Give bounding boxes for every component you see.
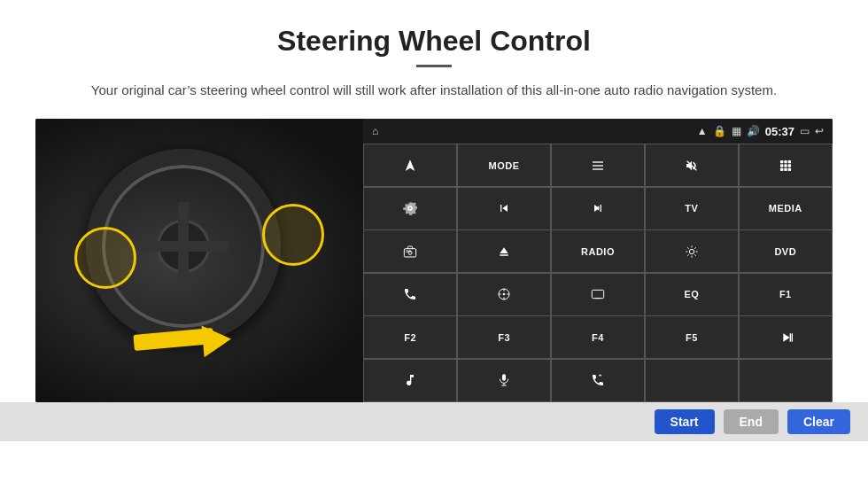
wifi-icon: ▲ — [697, 125, 708, 137]
playpause-btn[interactable] — [740, 316, 832, 358]
svg-rect-11 — [784, 167, 787, 170]
music-btn[interactable] — [364, 360, 456, 401]
bluetooth-icon: 🔊 — [747, 125, 760, 137]
page-title: Steering Wheel Control — [35, 25, 833, 58]
radio-btn[interactable]: RADIO — [552, 230, 644, 272]
f1-btn[interactable]: F1 — [740, 274, 832, 315]
page-wrapper: Steering Wheel Control Your original car… — [0, 0, 868, 402]
clear-button[interactable]: Clear — [787, 409, 850, 434]
nav-icon[interactable] — [364, 144, 456, 186]
svg-point-17 — [689, 249, 694, 253]
dvd-btn[interactable]: DVD — [740, 230, 832, 272]
svg-rect-5 — [784, 160, 787, 163]
android-panel: ⌂ ▲ 🔒 ▦ 🔊 05:37 ▭ ↩ MODETVMEDIA360RADIOD… — [363, 119, 833, 402]
mode-btn[interactable]: MODE — [458, 144, 550, 186]
svg-rect-0 — [593, 161, 603, 162]
screen-icon: ▭ — [800, 125, 810, 137]
svg-rect-32 — [592, 291, 603, 299]
title-divider — [416, 65, 452, 67]
empty2[interactable] — [740, 360, 832, 401]
arrow — [134, 324, 249, 360]
svg-rect-2 — [593, 168, 603, 169]
media-btn[interactable]: MEDIA — [740, 188, 832, 229]
status-bar-right: ▲ 🔒 ▦ 🔊 05:37 ▭ ↩ — [697, 125, 824, 138]
eject-btn[interactable] — [458, 230, 550, 272]
prev-btn[interactable] — [458, 188, 550, 229]
f4-btn[interactable]: F4 — [552, 316, 644, 358]
f5-btn[interactable]: F5 — [646, 316, 738, 358]
mic-btn[interactable] — [458, 360, 550, 401]
highlight-right — [262, 204, 324, 266]
status-bar: ⌂ ▲ 🔒 ▦ 🔊 05:37 ▭ ↩ — [363, 119, 833, 144]
next-btn[interactable] — [552, 188, 644, 229]
phone-btn[interactable] — [364, 274, 456, 315]
brightness-btn[interactable] — [646, 230, 738, 272]
cam360-btn[interactable]: 360 — [364, 230, 456, 272]
svg-point-27 — [503, 293, 506, 296]
empty1[interactable] — [646, 360, 738, 401]
svg-rect-1 — [593, 165, 603, 166]
tv-btn[interactable]: TV — [646, 188, 738, 229]
eq-btn[interactable]: EQ — [646, 274, 738, 315]
svg-text:360: 360 — [406, 249, 412, 253]
svg-line-24 — [694, 247, 695, 248]
svg-rect-36 — [502, 375, 506, 381]
svg-rect-12 — [787, 167, 790, 170]
status-bar-left: ⌂ — [372, 125, 378, 137]
page-subtitle: Your original car’s steering wheel contr… — [35, 80, 833, 101]
svg-line-22 — [687, 247, 688, 248]
clock-display: 05:37 — [765, 125, 794, 138]
svg-line-25 — [687, 254, 688, 255]
call-btn[interactable] — [552, 360, 644, 401]
svg-rect-10 — [780, 167, 783, 170]
start-button[interactable]: Start — [655, 409, 715, 434]
svg-line-23 — [694, 254, 695, 255]
buttons-grid: MODETVMEDIA360RADIODVDEQF1F2F3F4F5 — [363, 144, 833, 402]
svg-rect-9 — [787, 164, 790, 167]
svg-rect-7 — [780, 164, 783, 167]
list-btn[interactable] — [552, 144, 644, 186]
svg-rect-35 — [791, 333, 792, 341]
screen-btn[interactable] — [552, 274, 644, 315]
steering-wheel-image — [35, 119, 363, 402]
f3-btn[interactable]: F3 — [458, 316, 550, 358]
sim-icon: ▦ — [732, 125, 741, 137]
home-icon: ⌂ — [372, 125, 378, 137]
end-button[interactable]: End — [724, 409, 779, 434]
svg-rect-4 — [780, 160, 783, 163]
apps-btn[interactable] — [740, 144, 832, 186]
svg-rect-6 — [787, 160, 790, 163]
navi-btn[interactable] — [458, 274, 550, 315]
mute-btn[interactable] — [646, 144, 738, 186]
svg-rect-34 — [789, 333, 790, 341]
f2-btn[interactable]: F2 — [364, 316, 456, 358]
highlight-left — [74, 227, 136, 289]
svg-rect-8 — [784, 164, 787, 167]
bottom-bar: Start End Clear — [0, 402, 868, 441]
lock-icon: 🔒 — [713, 125, 726, 137]
settings-btn[interactable] — [364, 188, 456, 229]
back-icon: ↩ — [815, 125, 824, 137]
content-row: ⌂ ▲ 🔒 ▦ 🔊 05:37 ▭ ↩ MODETVMEDIA360RADIOD… — [35, 119, 833, 402]
